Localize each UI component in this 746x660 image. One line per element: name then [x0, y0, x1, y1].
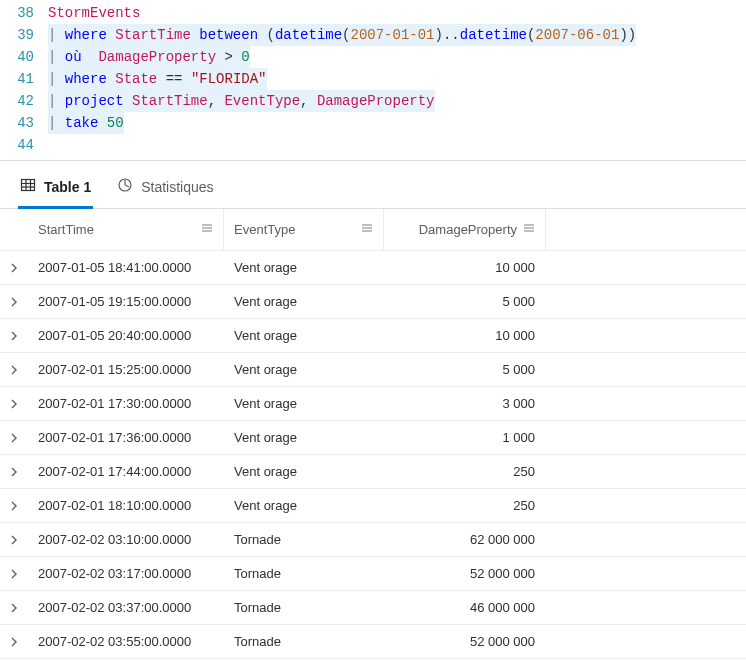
cell-starttime: 2007-02-02 03:55:00.0000	[28, 625, 224, 658]
table-row[interactable]: 2007-01-05 18:41:00.0000Vent orage10 000	[0, 251, 746, 285]
query-editor[interactable]: 38StormEvents39| where StartTime between…	[0, 0, 746, 161]
table-row[interactable]: 2007-02-01 18:10:00.0000Vent orage250	[0, 489, 746, 523]
cell-eventtype: Vent orage	[224, 319, 384, 352]
line-code[interactable]: | where State == "FLORIDA"	[48, 68, 746, 90]
cell-starttime: 2007-01-05 20:40:00.0000	[28, 319, 224, 352]
cell-starttime: 2007-02-01 18:10:00.0000	[28, 489, 224, 522]
cell-eventtype: Vent orage	[224, 353, 384, 386]
results-tabs: Table 1 Statistiques	[0, 161, 746, 209]
column-menu-icon[interactable]	[201, 222, 213, 237]
cell-spacer	[546, 353, 566, 386]
cell-spacer	[546, 421, 566, 454]
cell-spacer	[546, 251, 566, 284]
expand-row-icon[interactable]	[0, 535, 28, 545]
table-row[interactable]: 2007-02-02 03:17:00.0000Tornade52 000 00…	[0, 557, 746, 591]
line-number: 41	[0, 68, 48, 90]
expand-row-icon[interactable]	[0, 467, 28, 477]
cell-spacer	[546, 455, 566, 488]
editor-line[interactable]: 44	[0, 134, 746, 156]
editor-line[interactable]: 38StormEvents	[0, 2, 746, 24]
expand-row-icon[interactable]	[0, 637, 28, 647]
cell-eventtype: Vent orage	[224, 421, 384, 454]
cell-spacer	[546, 591, 566, 624]
column-header-damageproperty[interactable]: DamageProperty	[384, 209, 546, 250]
line-code[interactable]	[48, 134, 746, 156]
cell-damageproperty: 1 000	[384, 421, 546, 454]
cell-damageproperty: 5 000	[384, 285, 546, 318]
table-row[interactable]: 2007-01-05 19:15:00.0000Vent orage5 000	[0, 285, 746, 319]
expand-row-icon[interactable]	[0, 365, 28, 375]
cell-eventtype: Vent orage	[224, 387, 384, 420]
stats-icon	[117, 177, 133, 196]
column-header-eventtype[interactable]: EventType	[224, 209, 384, 250]
cell-damageproperty: 62 000 000	[384, 523, 546, 556]
line-code[interactable]: StormEvents	[48, 2, 746, 24]
expand-row-icon[interactable]	[0, 433, 28, 443]
table-row[interactable]: 2007-02-02 03:10:00.0000Tornade62 000 00…	[0, 523, 746, 557]
editor-line[interactable]: 39| where StartTime between (datetime(20…	[0, 24, 746, 46]
expand-row-icon[interactable]	[0, 603, 28, 613]
cell-damageproperty: 52 000 000	[384, 557, 546, 590]
editor-line[interactable]: 40| où DamageProperty > 0	[0, 46, 746, 68]
table-row[interactable]: 2007-02-01 17:30:00.0000Vent orage3 000	[0, 387, 746, 421]
tab-stats[interactable]: Statistiques	[115, 171, 215, 209]
table-row[interactable]: 2007-02-01 15:25:00.0000Vent orage5 000	[0, 353, 746, 387]
line-number: 40	[0, 46, 48, 68]
svg-rect-0	[22, 180, 35, 191]
cell-eventtype: Vent orage	[224, 285, 384, 318]
table-row[interactable]: 2007-02-01 17:36:00.0000Vent orage1 000	[0, 421, 746, 455]
table-icon	[20, 177, 36, 196]
line-code[interactable]: | project StartTime, EventType, DamagePr…	[48, 90, 746, 112]
table-header-row: StartTime EventType DamageProperty	[0, 209, 746, 251]
line-number: 44	[0, 134, 48, 156]
cell-damageproperty: 5 000	[384, 353, 546, 386]
cell-spacer	[546, 285, 566, 318]
results-table: StartTime EventType DamageProperty 2007-…	[0, 209, 746, 660]
cell-eventtype: Vent orage	[224, 489, 384, 522]
line-number: 39	[0, 24, 48, 46]
table-row[interactable]: 2007-02-02 03:55:00.0000Tornade52 000 00…	[0, 625, 746, 659]
cell-spacer	[546, 523, 566, 556]
table-row[interactable]: 2007-01-05 20:40:00.0000Vent orage10 000	[0, 319, 746, 353]
cell-starttime: 2007-02-02 03:10:00.0000	[28, 523, 224, 556]
cell-starttime: 2007-02-01 17:30:00.0000	[28, 387, 224, 420]
cell-damageproperty: 3 000	[384, 387, 546, 420]
table-row[interactable]: 2007-02-01 17:44:00.0000Vent orage250	[0, 455, 746, 489]
line-number: 43	[0, 112, 48, 134]
tab-table-label: Table 1	[44, 179, 91, 195]
editor-line[interactable]: 42| project StartTime, EventType, Damage…	[0, 90, 746, 112]
line-code[interactable]: | take 50	[48, 112, 746, 134]
cell-spacer	[546, 557, 566, 590]
expand-row-icon[interactable]	[0, 501, 28, 511]
table-row[interactable]: 2007-02-02 03:37:00.0000Tornade46 000 00…	[0, 591, 746, 625]
tab-stats-label: Statistiques	[141, 179, 213, 195]
cell-starttime: 2007-02-01 15:25:00.0000	[28, 353, 224, 386]
cell-starttime: 2007-02-02 03:37:00.0000	[28, 591, 224, 624]
expand-row-icon[interactable]	[0, 399, 28, 409]
cell-damageproperty: 52 000 000	[384, 625, 546, 658]
expand-row-icon[interactable]	[0, 331, 28, 341]
cell-eventtype: Vent orage	[224, 251, 384, 284]
expand-row-icon[interactable]	[0, 263, 28, 273]
cell-starttime: 2007-01-05 18:41:00.0000	[28, 251, 224, 284]
editor-line[interactable]: 41| where State == "FLORIDA"	[0, 68, 746, 90]
cell-eventtype: Tornade	[224, 523, 384, 556]
column-menu-icon[interactable]	[523, 222, 535, 237]
line-code[interactable]: | où DamageProperty > 0	[48, 46, 746, 68]
column-header-starttime[interactable]: StartTime	[28, 209, 224, 250]
cell-starttime: 2007-02-02 03:17:00.0000	[28, 557, 224, 590]
editor-line[interactable]: 43| take 50	[0, 112, 746, 134]
cell-eventtype: Vent orage	[224, 455, 384, 488]
line-code[interactable]: | where StartTime between (datetime(2007…	[48, 24, 746, 46]
tab-table[interactable]: Table 1	[18, 171, 93, 209]
cell-damageproperty: 10 000	[384, 319, 546, 352]
expand-row-icon[interactable]	[0, 569, 28, 579]
cell-damageproperty: 46 000 000	[384, 591, 546, 624]
line-number: 42	[0, 90, 48, 112]
column-header-spacer	[546, 209, 566, 250]
expand-row-icon[interactable]	[0, 297, 28, 307]
column-menu-icon[interactable]	[361, 222, 373, 237]
cell-spacer	[546, 387, 566, 420]
cell-eventtype: Tornade	[224, 625, 384, 658]
cell-eventtype: Tornade	[224, 557, 384, 590]
